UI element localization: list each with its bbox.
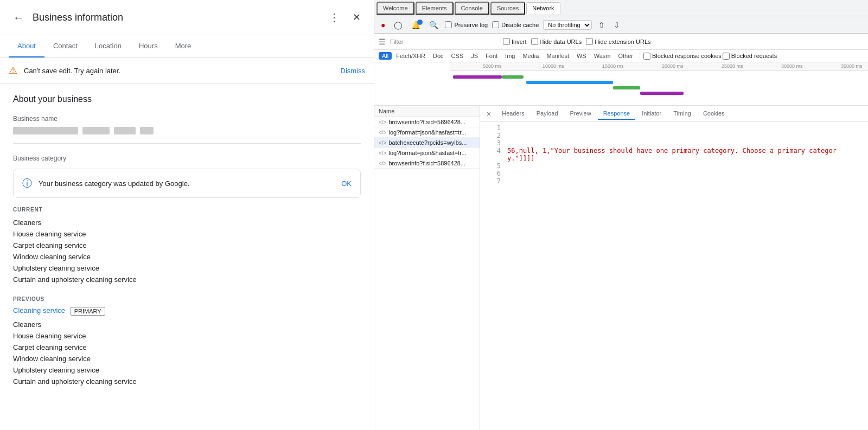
request-list: Name </> browserinfo?f.sid=5896428... </… bbox=[374, 106, 480, 430]
panel-header: ← Business information ⋮ ✕ bbox=[0, 0, 374, 35]
list-item: Cleaners bbox=[13, 217, 361, 228]
hide-extension-urls-checkbox[interactable] bbox=[586, 38, 593, 45]
record-button[interactable]: ● bbox=[379, 20, 387, 30]
response-tab-initiator[interactable]: Initiator bbox=[636, 108, 667, 120]
list-item: Window cleaning service bbox=[13, 251, 361, 262]
ok-button[interactable]: OK bbox=[341, 179, 352, 188]
response-line-3: 3 bbox=[480, 139, 868, 147]
response-tab-headers[interactable]: Headers bbox=[496, 108, 530, 120]
list-item: Curtain and upholstery cleaning service bbox=[13, 376, 361, 387]
timeline-area: 5000 ms 10000 ms 15000 ms 20000 ms 25000… bbox=[374, 62, 868, 106]
line-number-2: 2 bbox=[484, 132, 501, 139]
tick-15000: 15000 ms bbox=[602, 63, 624, 69]
tab-sources[interactable]: Sources bbox=[490, 2, 525, 15]
type-btn-img[interactable]: Img bbox=[502, 52, 518, 60]
request-item-1[interactable]: </> log?format=json&hasfast=tr... bbox=[374, 127, 480, 138]
invert-label[interactable]: Invert bbox=[503, 38, 527, 45]
invert-checkbox[interactable] bbox=[503, 38, 510, 45]
hide-extension-urls-label[interactable]: Hide extension URLs bbox=[586, 38, 650, 45]
tab-elements[interactable]: Elements bbox=[416, 2, 454, 15]
error-banner: ⚠ Can't save edit. Try again later. Dism… bbox=[0, 58, 374, 84]
devtools-tabs-row: Welcome Elements Console Sources Network bbox=[374, 0, 868, 16]
type-btn-css[interactable]: CSS bbox=[448, 52, 467, 60]
disable-cache-checkbox[interactable] bbox=[492, 21, 499, 28]
request-item-0[interactable]: </> browserinfo?f.sid=5896428... bbox=[374, 117, 480, 127]
primary-badge: PRIMARY bbox=[71, 307, 105, 316]
request-icon-4: </> bbox=[379, 161, 386, 166]
type-btn-manifest[interactable]: Manifest bbox=[543, 52, 572, 60]
request-icon-1: </> bbox=[379, 130, 386, 136]
tick-10000: 10000 ms bbox=[542, 63, 564, 69]
type-btn-all[interactable]: All bbox=[379, 52, 392, 60]
request-name-1: log?format=json&hasfast=tr... bbox=[388, 129, 475, 136]
blocked-cookies-text: Blocked response cookies bbox=[652, 53, 722, 59]
request-name-4: browserinfo?f.sid=5896428... bbox=[388, 160, 475, 166]
divider bbox=[640, 52, 640, 60]
close-button[interactable]: ✕ bbox=[350, 9, 363, 25]
stop-button[interactable]: ◯ bbox=[392, 20, 405, 30]
devtools-toolbar: ● ◯ 🔔 🔍 Preserve log Disable cache No th… bbox=[374, 16, 868, 34]
type-btn-font[interactable]: Font bbox=[482, 52, 501, 60]
business-name-label: Business name bbox=[13, 115, 361, 123]
blocked-requests-checkbox[interactable] bbox=[723, 53, 730, 60]
tick-35000: 35000 ms bbox=[841, 63, 863, 69]
response-tab-response[interactable]: Response bbox=[598, 108, 636, 120]
request-item-3[interactable]: </> log?format=json&hasfast=tr... bbox=[374, 148, 480, 158]
request-item-4[interactable]: </> browserinfo?f.sid=5896428... bbox=[374, 158, 480, 169]
preserve-log-checkbox[interactable] bbox=[445, 21, 452, 28]
type-btn-js[interactable]: JS bbox=[468, 52, 481, 60]
response-tabs: × Headers Payload Preview Response Initi… bbox=[480, 106, 868, 122]
hide-data-urls-label[interactable]: Hide data URLs bbox=[531, 38, 582, 45]
blocked-requests-text: Blocked requests bbox=[731, 53, 777, 59]
filter-input[interactable] bbox=[390, 38, 499, 45]
tab-more[interactable]: More bbox=[167, 35, 200, 57]
response-tab-timing[interactable]: Timing bbox=[668, 108, 697, 120]
blocked-requests-label[interactable]: Blocked requests bbox=[723, 53, 777, 60]
tab-welcome[interactable]: Welcome bbox=[376, 2, 414, 15]
cleaning-service-link[interactable]: Cleaning service bbox=[13, 306, 65, 315]
about-heading: About your business bbox=[13, 94, 361, 104]
blocked-cookies-label[interactable]: Blocked response cookies bbox=[643, 53, 722, 60]
response-line-2: 2 bbox=[480, 132, 868, 139]
preserve-log-label[interactable]: Preserve log bbox=[445, 21, 488, 28]
category-info-box: ⓘ Your business category was updated by … bbox=[13, 169, 361, 198]
type-btn-ws[interactable]: WS bbox=[573, 52, 590, 60]
tab-location[interactable]: Location bbox=[86, 35, 130, 57]
blurred-name-4 bbox=[140, 127, 154, 134]
response-line-6: 6 bbox=[480, 170, 868, 177]
disable-cache-label[interactable]: Disable cache bbox=[492, 21, 539, 28]
type-btn-wasm[interactable]: Wasm bbox=[591, 52, 614, 60]
search-button[interactable]: 🔍 bbox=[427, 20, 441, 30]
throttle-select[interactable]: No throttling bbox=[543, 20, 592, 30]
download-icon-button[interactable]: ⇩ bbox=[611, 20, 622, 30]
previous-primary-row: Cleaning service PRIMARY bbox=[13, 306, 361, 316]
request-item-2[interactable]: </> batchexecute?rpcids=wylbs... bbox=[374, 138, 480, 148]
tab-console[interactable]: Console bbox=[455, 2, 489, 15]
response-line-1: 1 bbox=[480, 124, 868, 132]
response-tab-cookies[interactable]: Cookies bbox=[698, 108, 730, 120]
tab-network[interactable]: Network bbox=[526, 2, 560, 14]
upload-icon-button[interactable]: ⇧ bbox=[596, 20, 607, 30]
tab-hours[interactable]: Hours bbox=[130, 35, 167, 57]
response-tab-payload[interactable]: Payload bbox=[531, 108, 564, 120]
type-btn-fetchxhr[interactable]: Fetch/XHR bbox=[393, 52, 429, 60]
panel-title: Business information bbox=[33, 12, 318, 23]
devtools-panel: Welcome Elements Console Sources Network… bbox=[374, 0, 868, 430]
response-tab-preview[interactable]: Preview bbox=[565, 108, 597, 120]
name-column-header: Name bbox=[379, 108, 394, 114]
notifications-button[interactable]: 🔔 bbox=[409, 20, 423, 30]
line-content-4: 56,null,-1,"Your business should have on… bbox=[507, 147, 864, 162]
current-label: CURRENT bbox=[13, 207, 361, 213]
dismiss-button[interactable]: Dismiss bbox=[341, 67, 366, 75]
back-button[interactable]: ← bbox=[11, 9, 26, 26]
type-btn-media[interactable]: Media bbox=[519, 52, 542, 60]
hide-data-urls-checkbox[interactable] bbox=[531, 38, 538, 45]
blocked-cookies-checkbox[interactable] bbox=[643, 53, 650, 60]
tab-contact[interactable]: Contact bbox=[44, 35, 86, 57]
blurred-name-1 bbox=[13, 127, 78, 134]
close-response-panel-button[interactable]: × bbox=[484, 108, 493, 119]
type-btn-doc[interactable]: Doc bbox=[430, 52, 447, 60]
more-options-button[interactable]: ⋮ bbox=[324, 9, 344, 26]
type-btn-other[interactable]: Other bbox=[615, 52, 636, 60]
tab-about[interactable]: About bbox=[9, 35, 44, 57]
